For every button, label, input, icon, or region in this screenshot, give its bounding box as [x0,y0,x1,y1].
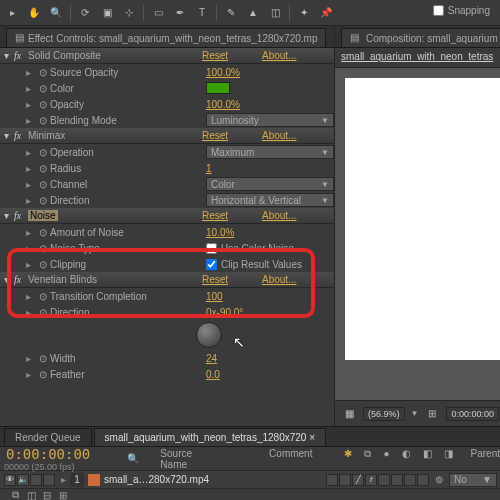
toggle-in-out-icon[interactable]: ⊟ [40,488,54,500]
solo-toggle-icon[interactable] [30,474,42,486]
frame-blend-switch-icon[interactable] [378,474,390,486]
composition-subtab[interactable]: small_aquarium_with_neon_tetras [335,48,500,68]
hand-tool-icon[interactable]: ✋ [26,5,42,21]
type-tool-icon[interactable]: T [194,5,210,21]
snapping-toggle[interactable]: Snapping [433,5,490,16]
composition-canvas[interactable] [345,78,500,360]
toggle-switches-icon[interactable]: ⧉ [8,488,22,500]
effect-header[interactable]: ▾fxMinimaxResetAbout... [0,128,334,144]
stopwatch-icon[interactable]: ⊙ [36,368,50,380]
stopwatch-icon[interactable]: ⊙ [36,162,50,174]
stopwatch-icon[interactable]: ⊙ [36,242,50,254]
effect-header[interactable]: ▾fxSolid CompositeResetAbout... [0,48,334,64]
effect-name[interactable]: Minimax [28,130,202,141]
zoom-display[interactable]: (56.9%) [363,407,405,421]
stopwatch-icon[interactable]: ⊙ [36,82,50,94]
property-value[interactable]: 24 [206,353,217,364]
layer-expand-icon[interactable]: ▸ [61,474,66,485]
search-icon[interactable]: 🔍 [125,451,140,467]
adj-col-icon[interactable]: ◧ [423,448,432,470]
property-value[interactable]: 0x-90.0° [206,307,243,318]
property-checkbox[interactable] [206,243,217,254]
3d-col-icon[interactable]: ◨ [444,448,453,470]
about-link[interactable]: About... [262,130,296,141]
stopwatch-icon[interactable]: ⊙ [36,306,50,318]
brush-tool-icon[interactable]: ✎ [223,5,239,21]
property-checkbox[interactable] [206,259,217,270]
shape-tool-icon[interactable]: ▭ [150,5,166,21]
stopwatch-icon[interactable]: ⊙ [36,290,50,302]
col-comment[interactable]: Comment [269,448,312,470]
motion-blur-switch-icon[interactable] [391,474,403,486]
selection-tool-icon[interactable]: ▸ [4,5,20,21]
stopwatch-icon[interactable]: ⊙ [36,352,50,364]
panel-menu-icon[interactable]: ▤ [350,32,362,44]
col-parent[interactable]: Parent [471,448,500,470]
collapse-switch-icon[interactable] [339,474,351,486]
switch-icon[interactable]: ✱ [344,448,352,470]
stopwatch-icon[interactable]: ⊙ [36,178,50,190]
snapping-checkbox[interactable] [433,5,444,16]
property-value[interactable]: 100.0% [206,99,240,110]
direction-dial[interactable] [196,322,222,348]
effect-name[interactable]: Noise [28,210,202,221]
toggle-stretch-icon[interactable]: ⊞ [56,488,70,500]
timecode-display[interactable]: 0:00:00:00 [0,446,119,462]
3d-switch-icon[interactable] [417,474,429,486]
effect-header[interactable]: ▾fxVenetian BlindsResetAbout... [0,272,334,288]
effect-header[interactable]: ▾fxNoiseResetAbout... [0,208,334,224]
stopwatch-icon[interactable]: ⊙ [36,146,50,158]
reset-link[interactable]: Reset [202,274,262,285]
twirl-icon[interactable]: ▸ [26,259,36,270]
about-link[interactable]: About... [262,50,296,61]
layer-color-chip[interactable] [88,474,100,486]
twirl-icon[interactable]: ▸ [26,369,36,380]
fx-badge-icon[interactable]: fx [14,130,28,141]
twirl-icon[interactable]: ▸ [26,67,36,78]
res-icon[interactable]: ⊞ [424,406,440,422]
timeline-layer-row[interactable]: 👁 🔈 ▸ 1 small_a…280x720.mp4 ╱ f ⊚ No▼ [0,471,500,489]
tab-composition[interactable]: small_aquarium_with_neon_tetras_1280x720… [94,428,326,446]
audio-toggle-icon[interactable]: 🔈 [17,474,29,486]
parent-dropdown[interactable]: No▼ [449,473,497,487]
stopwatch-icon[interactable]: ⊙ [36,114,50,126]
twirl-icon[interactable]: ▸ [26,291,36,302]
stopwatch-icon[interactable]: ⊙ [36,98,50,110]
property-dropdown[interactable]: Horizontal & Vertical▼ [206,193,334,207]
fx-switch-icon[interactable]: f [365,474,377,486]
twirl-icon[interactable]: ▸ [26,227,36,238]
stamp-tool-icon[interactable]: ▲ [245,5,261,21]
color-swatch[interactable] [206,82,230,94]
reset-link[interactable]: Reset [202,50,262,61]
fx-badge-icon[interactable]: fx [14,274,28,285]
property-dropdown[interactable]: Maximum▼ [206,145,334,159]
camera-tool-icon[interactable]: ▣ [99,5,115,21]
property-dropdown[interactable]: Luminosity▼ [206,113,334,127]
tab-render-queue[interactable]: Render Queue [4,428,92,446]
lock-col-icon[interactable]: ● [383,448,389,470]
property-value[interactable]: 10.0% [206,227,234,238]
effect-name[interactable]: Solid Composite [28,50,202,61]
shy-switch-icon[interactable] [326,474,338,486]
property-value[interactable]: 100.0% [206,67,240,78]
twirl-icon[interactable]: ▸ [26,243,36,254]
stopwatch-icon[interactable]: ⊙ [36,66,50,78]
anchor-tool-icon[interactable]: ⊹ [121,5,137,21]
twirl-icon[interactable]: ▾ [4,50,14,61]
about-link[interactable]: About... [262,274,296,285]
grid-icon[interactable]: ▦ [341,406,357,422]
toggle-modes-icon[interactable]: ◫ [24,488,38,500]
effect-name[interactable]: Venetian Blinds [28,274,202,285]
property-dropdown[interactable]: Color▼ [206,177,334,191]
reset-link[interactable]: Reset [202,130,262,141]
property-value[interactable]: 1 [206,163,212,174]
twirl-icon[interactable]: ▸ [26,99,36,110]
twirl-icon[interactable]: ▸ [26,179,36,190]
lock-toggle-icon[interactable] [43,474,55,486]
comp-time-display[interactable]: 0:00:00:00 [446,407,499,421]
close-icon[interactable]: × [325,33,326,44]
quality-switch-icon[interactable]: ╱ [352,474,364,486]
adj-switch-icon[interactable] [404,474,416,486]
zoom-tool-icon[interactable]: 🔍 [48,5,64,21]
twirl-icon[interactable]: ▸ [26,147,36,158]
